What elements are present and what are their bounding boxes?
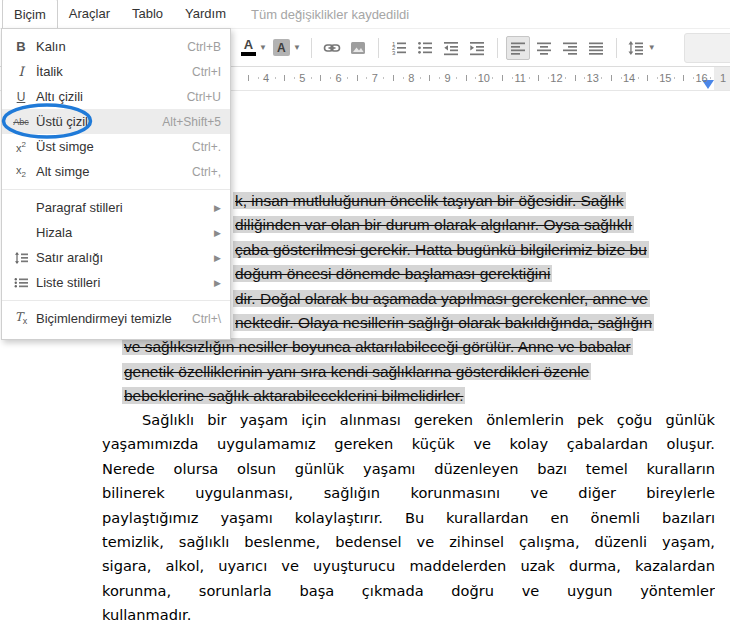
menu-item-kal-n[interactable]: B KalınCtrl+B bbox=[2, 34, 230, 59]
menubar-item-yardm[interactable]: Yardım bbox=[174, 0, 237, 28]
menu-shortcut: Ctrl+. bbox=[192, 140, 221, 154]
ruler-dot bbox=[621, 77, 622, 79]
menu-bar: BiçimAraçlarTabloYardımTüm değişiklikler… bbox=[0, 0, 730, 29]
clear-format-icon: Tx bbox=[8, 310, 34, 326]
ruler-dot bbox=[601, 77, 602, 79]
svg-text:3: 3 bbox=[392, 49, 396, 55]
paragraph-line: korunma, sorunlarla başa çıkmada doğru v… bbox=[102, 579, 715, 603]
line-spacing-icon bbox=[8, 251, 34, 265]
ruler-dot bbox=[475, 77, 476, 79]
menubar-item-tablo[interactable]: Tablo bbox=[121, 0, 174, 28]
ruler-number: 13 bbox=[585, 72, 601, 84]
ruler-tick bbox=[683, 75, 684, 81]
numbered-list-button[interactable]: 123 bbox=[387, 36, 411, 60]
menu-shortcut: Ctrl+I bbox=[192, 65, 221, 79]
italic-icon: I bbox=[8, 64, 34, 79]
link-icon bbox=[323, 39, 341, 57]
submenu-arrow-icon: ▶ bbox=[214, 253, 221, 263]
paragraph-line: bilinerek uygulanması, sağlığın korunmas… bbox=[102, 481, 715, 505]
bullet-list-button[interactable] bbox=[413, 36, 437, 60]
ruler-dot bbox=[403, 77, 404, 79]
increase-indent-button[interactable] bbox=[465, 36, 489, 60]
menu-item-label: Üst simge bbox=[34, 139, 192, 154]
selected-strikethrough-line[interactable]: çaba gösterilmesi gerekir. Hatta bugünkü… bbox=[233, 239, 649, 260]
decrease-indent-button[interactable] bbox=[439, 36, 463, 60]
highlight-color-icon: A bbox=[273, 39, 290, 56]
superscript-icon: x2 bbox=[8, 140, 34, 154]
ruler-dot bbox=[638, 77, 639, 79]
menu-item-alt-izili[interactable]: U Altı çiziliCtrl+U bbox=[2, 84, 230, 109]
ruler-number: 16 bbox=[694, 72, 710, 84]
menu-item-i-talik[interactable]: I İtalikCtrl+I bbox=[2, 59, 230, 84]
ruler-number: 9 bbox=[440, 72, 456, 84]
text-color-button[interactable]: A▼ bbox=[239, 36, 269, 60]
menu-item-label: İtalik bbox=[34, 64, 192, 79]
ruler-number: 4 bbox=[258, 72, 274, 84]
bullist-icon bbox=[416, 39, 434, 57]
menubar-item-biim[interactable]: Biçim bbox=[2, 0, 58, 30]
image-icon bbox=[349, 39, 367, 57]
ruler-tick bbox=[429, 75, 430, 81]
outdent-icon bbox=[442, 39, 460, 57]
selected-strikethrough-line[interactable]: bebeklerine sağlık aktarabileceklerini b… bbox=[122, 385, 465, 406]
ruler-dot bbox=[347, 77, 348, 79]
ruler-number: 5 bbox=[294, 72, 310, 84]
underline-icon: U bbox=[8, 90, 34, 104]
selected-strikethrough-line[interactable]: nektedir. Olaya nesillerin sağlığı olara… bbox=[233, 312, 654, 333]
menu-item-label: Alt simge bbox=[34, 164, 192, 179]
strikethrough-icon: Abc bbox=[8, 117, 34, 127]
highlight-color-button[interactable]: A▼ bbox=[271, 36, 303, 60]
ruler-dot bbox=[565, 77, 566, 79]
align-center-button[interactable] bbox=[532, 36, 556, 60]
line-spacing-button[interactable]: ▼ bbox=[625, 36, 658, 60]
menu-item-sat-r-aral-[interactable]: Satır aralığı▶ bbox=[2, 245, 230, 270]
menu-item-alt-simge[interactable]: x2 Alt simgeCtrl+, bbox=[2, 159, 230, 184]
ruler-dot bbox=[330, 77, 331, 79]
bold-icon: B bbox=[8, 39, 34, 54]
menu-item-liste-stilleri[interactable]: Liste stilleri▶ bbox=[2, 270, 230, 295]
menu-item-hizala[interactable]: Hizala▶ bbox=[2, 220, 230, 245]
insert-image-button[interactable] bbox=[346, 36, 370, 60]
ruler-dot bbox=[710, 77, 711, 79]
selected-strikethrough-line[interactable]: genetik özelliklerinin yanı sıra kendi s… bbox=[122, 361, 591, 382]
selected-strikethrough-line[interactable]: dir. Doğal olarak bu aşamada yapılması g… bbox=[233, 288, 650, 309]
ruler-tick bbox=[466, 75, 467, 81]
ruler-dot bbox=[311, 77, 312, 79]
ruler-tick bbox=[502, 75, 503, 81]
ruler-dot bbox=[657, 77, 658, 79]
menu-item--st-izili[interactable]: Abc Üstü çiziliAlt+Shift+5 bbox=[2, 109, 230, 134]
align-left-button[interactable] bbox=[506, 36, 530, 60]
insert-link-button[interactable] bbox=[320, 36, 344, 60]
ruler-dot bbox=[584, 77, 585, 79]
align-right-button[interactable] bbox=[558, 36, 582, 60]
google-docs-window: k, insan mutluluğunun öncelik taşıyan bi… bbox=[0, 0, 730, 632]
paragraph-line: kullanmadır. bbox=[102, 603, 715, 627]
submenu-arrow-icon: ▶ bbox=[214, 278, 221, 288]
menubar-item-aralar[interactable]: Araçlar bbox=[58, 0, 121, 28]
menu-item-label: Paragraf stilleri bbox=[34, 200, 214, 215]
paragraph-text[interactable]: Sağlıklı bir yaşam için alınması gereken… bbox=[102, 408, 715, 628]
toolbar-separator bbox=[616, 38, 617, 58]
paragraph-line: paylaştığımız yaşamı kolaylaştırır. Bu k… bbox=[102, 506, 715, 530]
justify-button[interactable] bbox=[584, 36, 608, 60]
selected-strikethrough-line[interactable]: k, insan mutluluğunun öncelik taşıyan bi… bbox=[233, 190, 626, 211]
menu-shortcut: Ctrl+\ bbox=[192, 312, 221, 326]
selected-strikethrough-line[interactable]: doğum öncesi dönemde başlaması gerektiği… bbox=[233, 263, 552, 284]
paragraph-line: Nerede olursa olsun günlük yaşamı düzenl… bbox=[102, 457, 715, 481]
menu-item--st-simge[interactable]: x2 Üst simgeCtrl+. bbox=[2, 134, 230, 159]
ruler-number: 11 bbox=[512, 72, 528, 84]
menu-shortcut: Ctrl+B bbox=[187, 40, 221, 54]
list-styles-icon bbox=[8, 276, 34, 290]
aligncenter-icon bbox=[535, 39, 553, 57]
chevron-down-icon: ▼ bbox=[259, 43, 267, 52]
menu-item-paragraf-stilleri[interactable]: Paragraf stilleri▶ bbox=[2, 195, 230, 220]
alignleft-icon bbox=[509, 39, 527, 57]
paragraph-line: temizlik, sağlıklı beslenme, bedensel ve… bbox=[102, 530, 715, 554]
submenu-arrow-icon: ▶ bbox=[214, 228, 221, 238]
toolbar-separator bbox=[497, 38, 498, 58]
menu-item-bi-imlendirmeyi-temizle[interactable]: Tx Biçimlendirmeyi temizleCtrl+\ bbox=[2, 306, 230, 331]
ruler-number: 6 bbox=[331, 72, 347, 84]
text-color-icon: A bbox=[241, 39, 256, 56]
selected-strikethrough-line[interactable]: diliğinden var olan bir durum olarak alg… bbox=[233, 214, 634, 235]
ruler-dot bbox=[366, 77, 367, 79]
